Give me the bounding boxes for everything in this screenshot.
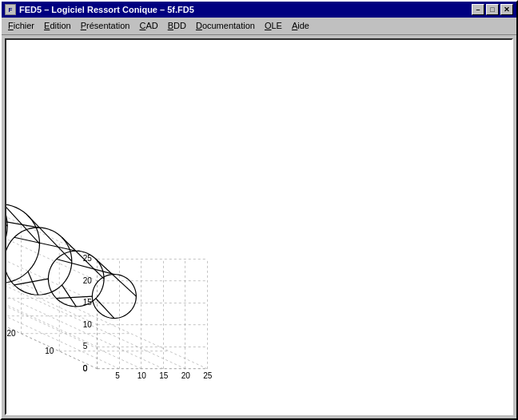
menu-edition[interactable]: Edition — [39, 19, 76, 33]
title-bar: F FED5 – Logiciel Ressort Conique – 5f.F… — [2, 2, 516, 18]
content-area — [2, 35, 516, 418]
title-bar-left: F FED5 – Logiciel Ressort Conique – 5f.F… — [5, 4, 194, 15]
window-title: FED5 – Logiciel Ressort Conique – 5f.FD5 — [19, 5, 194, 14]
menu-bdd[interactable]: BDD — [163, 19, 191, 33]
minimize-button[interactable]: – — [472, 4, 484, 15]
menu-bar: Fichier Edition Présentation CAD BDD Doc… — [2, 18, 516, 35]
app-icon: F — [5, 4, 16, 15]
drawing-canvas — [5, 38, 513, 415]
menu-cad[interactable]: CAD — [134, 19, 162, 33]
menu-ole[interactable]: OLE — [260, 19, 287, 33]
spring-visualization — [6, 40, 512, 414]
maximize-button[interactable]: □ — [486, 4, 499, 15]
main-window: F FED5 – Logiciel Ressort Conique – 5f.F… — [0, 0, 518, 420]
close-button[interactable]: ✕ — [500, 4, 513, 15]
menu-fichier[interactable]: Fichier — [3, 19, 39, 33]
title-buttons: – □ ✕ — [472, 4, 513, 15]
menu-presentation[interactable]: Présentation — [76, 19, 135, 33]
menu-aide[interactable]: Aide — [287, 19, 314, 33]
menu-documentation[interactable]: Documentation — [191, 19, 260, 33]
